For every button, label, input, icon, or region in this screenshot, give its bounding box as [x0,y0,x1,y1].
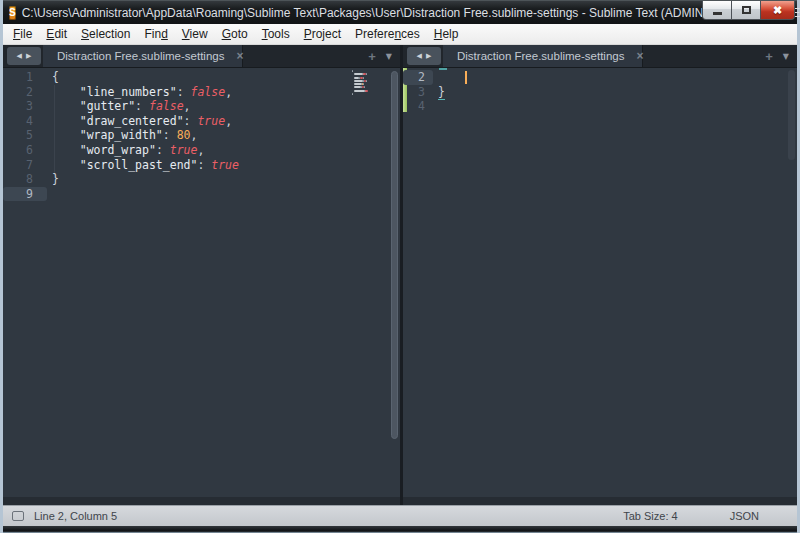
code-token [52,128,80,142]
tab-scroll-arrows[interactable]: ◀ ▶ [407,47,441,65]
line-number: 5 [3,128,47,143]
tab-distraction-free-right[interactable]: Distraction Free.sublime-settings × [443,45,643,67]
tab-scroll-arrows[interactable]: ◀ ▶ [7,47,41,65]
code-token: , [197,143,204,157]
tab-close-icon[interactable]: × [236,49,243,63]
code-token: "gutter" [80,99,135,113]
editor-right[interactable]: 234 } [403,68,797,497]
vintage-mode-icon[interactable] [12,511,24,521]
maximize-button[interactable] [731,1,761,20]
code-token: : [197,158,211,172]
menu-tools[interactable]: Tools [255,25,297,43]
window-title: C:\Users\Administrator\AppData\Roaming\S… [22,6,800,20]
code-token: } [52,172,59,186]
line-number: 1 [3,70,47,85]
menu-project[interactable]: Project [297,25,348,43]
code-line[interactable] [433,70,797,85]
line-number: 9 [3,187,47,202]
indent-guide [54,85,55,173]
new-tab-icon[interactable]: + [765,49,773,64]
menu-edit[interactable]: Edit [39,25,74,43]
syntax-indicator[interactable]: JSON [730,510,759,522]
tab-size-indicator[interactable]: Tab Size: 4 [623,510,677,522]
sublime-text-window: S C:\Users\Administrator\AppData\Roaming… [0,0,800,533]
caret-position: Line 2, Column 5 [34,510,117,522]
code-token: "draw_centered" [80,114,184,128]
line-number: 3 [403,85,433,100]
menu-find[interactable]: Find [137,25,174,43]
code-token [52,114,80,128]
tab-forward-icon: ▶ [26,52,31,60]
code-token [52,143,80,157]
close-button[interactable]: ✖ [760,1,795,20]
minimize-button[interactable] [702,1,732,20]
code-right[interactable]: } [433,70,797,497]
editor-left[interactable]: 123456789 { "line_numbers": false, "gutt… [3,68,400,497]
new-tab-icon[interactable]: + [368,49,376,64]
code-line[interactable]: "draw_centered": true, [47,114,400,129]
tab-distraction-free-left[interactable]: Distraction Free.sublime-settings × [43,45,243,67]
tab-actions-right: + ▼ [765,45,797,67]
status-bar: Line 2, Column 5 Tab Size: 4 JSON [3,505,797,526]
code-token: false [149,99,184,113]
code-token: true [197,114,225,128]
code-token: } [438,85,445,100]
titlebar[interactable]: S C:\Users\Administrator\AppData\Roaming… [3,0,797,24]
code-line[interactable]: "word_wrap": true, [47,143,400,158]
close-icon: ✖ [773,4,782,17]
window-controls: ✖ [703,1,795,20]
menu-preferences[interactable]: Preferences [348,25,427,43]
editor-workspace: ◀ ▶ Distraction Free.sublime-settings × … [3,45,797,505]
minimap-left[interactable] [352,70,386,100]
code-token: , [225,85,232,99]
tab-label: Distraction Free.sublime-settings [57,50,224,62]
menu-goto[interactable]: Goto [215,25,255,43]
text-cursor [465,71,467,84]
code-line[interactable]: "scroll_past_end": true [47,158,400,173]
menu-bar: FileEditSelectionFindViewGotoToolsProjec… [3,24,797,45]
code-token [52,158,80,172]
code-line[interactable]: } [47,172,400,187]
code-token [52,99,80,113]
tab-overflow-icon[interactable]: ▼ [386,52,392,61]
code-token: "word_wrap" [80,143,156,157]
line-number: 2 [3,85,47,100]
code-token [438,70,466,84]
code-line[interactable]: "line_numbers": false, [47,85,400,100]
scrollbar-thumb-left[interactable] [391,71,398,439]
code-token: "wrap_width" [80,128,163,142]
code-line[interactable]: { [47,70,400,85]
tab-back-icon: ◀ [17,52,22,60]
scrollbar-thumb-right[interactable] [788,70,795,160]
maximize-icon [742,6,751,14]
menu-help[interactable]: Help [427,25,466,43]
code-left[interactable]: { "line_numbers": false, "gutter": false… [47,70,400,497]
code-token: , [191,128,198,142]
menu-view[interactable]: View [175,25,215,43]
code-token: : [163,128,177,142]
code-line[interactable]: "gutter": false, [47,99,400,114]
tabbar-right: ◀ ▶ Distraction Free.sublime-settings × … [403,45,797,68]
menu-selection[interactable]: Selection [74,25,137,43]
code-token: 80 [177,128,191,142]
window-bottom-border [3,526,797,533]
tab-close-icon[interactable]: × [636,49,643,63]
code-line[interactable] [47,187,400,202]
tab-label: Distraction Free.sublime-settings [457,50,624,62]
code-token: , [184,99,191,113]
gutter-right: 234 [403,70,433,497]
line-number: 4 [3,114,47,129]
code-token: "scroll_past_end" [80,158,198,172]
code-line[interactable]: "wrap_width": 80, [47,128,400,143]
code-token: false [191,85,226,99]
tab-back-icon: ◀ [417,52,422,60]
line-number: 7 [3,158,47,173]
line-number: 2 [403,70,433,85]
code-token: : [135,99,149,113]
code-line[interactable] [433,99,797,114]
pane-left: ◀ ▶ Distraction Free.sublime-settings × … [3,45,400,505]
line-number: 6 [3,143,47,158]
code-line[interactable]: } [433,85,797,100]
menu-file[interactable]: File [6,25,39,43]
tab-overflow-icon[interactable]: ▼ [783,52,789,61]
